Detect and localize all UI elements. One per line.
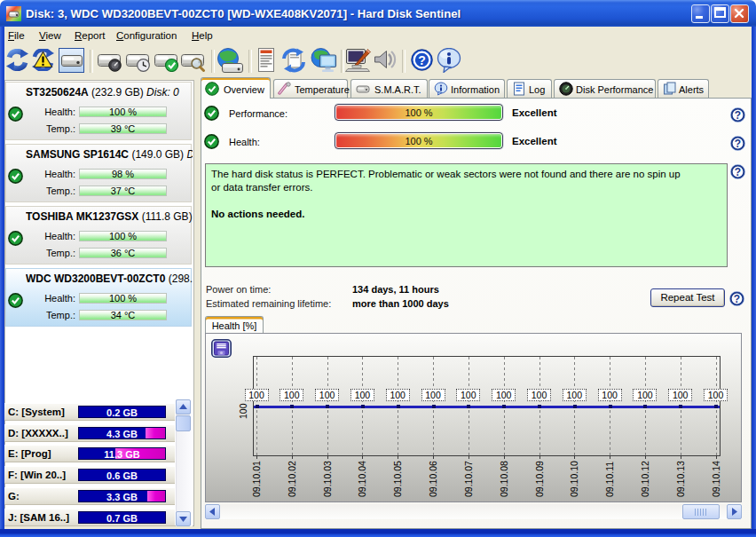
svg-text:?: ? bbox=[418, 53, 426, 67]
svg-text:?: ? bbox=[734, 293, 740, 305]
svg-text:?: ? bbox=[735, 138, 741, 150]
svg-text:?: ? bbox=[735, 109, 741, 122]
svg-text:?: ? bbox=[735, 166, 741, 178]
